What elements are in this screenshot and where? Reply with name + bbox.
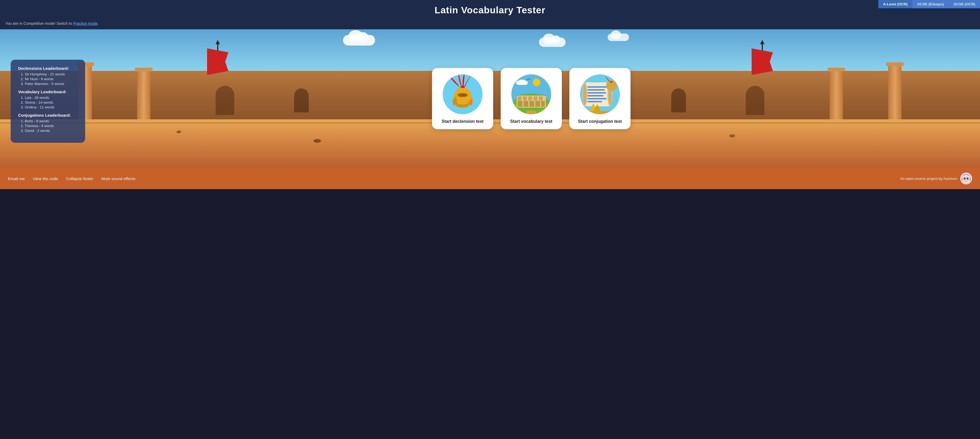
- svg-rect-34: [587, 101, 602, 102]
- list-item: Sir Humphrey - 21 words: [21, 72, 78, 76]
- tab-gcse-ocr[interactable]: GCSE (OCR): [948, 0, 980, 8]
- email-link[interactable]: Email me: [8, 176, 25, 181]
- avatar: [960, 172, 972, 184]
- footer-right: An open-source project by Aurorum: [900, 172, 972, 184]
- svg-rect-14: [523, 101, 528, 107]
- mode-text: You are in Competitive mode! Switch to: [5, 21, 73, 26]
- tab-alevel[interactable]: A-Level (OCR): [878, 0, 912, 8]
- list-item: Boris - 6 words: [21, 119, 78, 123]
- list-item: Ondina - 11 words: [21, 105, 78, 109]
- declension-card-label: Start declension test: [442, 119, 484, 124]
- svg-point-41: [962, 174, 970, 183]
- svg-point-46: [964, 178, 965, 178]
- list-item: David - 2 words: [21, 129, 78, 132]
- mute-sound-link[interactable]: Mute sound effects: [102, 176, 135, 181]
- exam-tab-group: A-Level (OCR) GCSE (Eduqas) GCSE (OCR): [878, 0, 980, 8]
- svg-point-10: [522, 81, 528, 85]
- svg-rect-36: [610, 81, 612, 83]
- svg-rect-16: [535, 101, 540, 107]
- list-item: Lyla - 26 words: [21, 96, 78, 100]
- svg-rect-20: [528, 96, 532, 101]
- leaderboard-panel: Declensions Leaderboard: Sir Humphrey - …: [11, 60, 85, 143]
- arena-background: Declensions Leaderboard: Sir Humphrey - …: [0, 29, 980, 168]
- svg-rect-22: [539, 96, 543, 101]
- vocabulary-card[interactable]: Start vocabulary test: [501, 68, 562, 129]
- view-code-link[interactable]: View the code: [33, 176, 58, 181]
- svg-point-48: [963, 179, 964, 180]
- conjugations-list: Boris - 6 words Theresa - 4 words David …: [18, 119, 78, 132]
- declension-card[interactable]: Start declension test: [432, 68, 493, 129]
- svg-rect-18: [518, 96, 522, 101]
- credit-text: An open-source project by Aurorum: [900, 177, 957, 180]
- svg-point-49: [968, 179, 970, 180]
- svg-rect-15: [530, 101, 534, 107]
- svg-rect-33: [587, 98, 606, 99]
- conjugations-leaderboard-title: Conjugations Leaderboard:: [18, 113, 78, 118]
- vocabulary-list: Lyla - 26 words Sirena - 14 words Ondina…: [18, 96, 78, 109]
- vocabulary-card-label: Start vocabulary test: [510, 119, 552, 124]
- mode-bar: You are in Competitive mode! Switch to P…: [0, 19, 980, 29]
- svg-rect-31: [587, 92, 606, 94]
- declension-icon: [442, 74, 482, 114]
- svg-rect-32: [587, 95, 603, 96]
- svg-rect-30: [587, 89, 605, 91]
- svg-rect-29: [587, 86, 608, 88]
- svg-rect-39: [580, 111, 620, 114]
- svg-rect-17: [541, 101, 545, 107]
- footer: Email me View the code Collapse footer M…: [0, 168, 980, 189]
- page-title: Latin Vocabulary Tester: [5, 5, 975, 16]
- svg-rect-19: [523, 96, 527, 101]
- practice-mode-link[interactable]: Practice mode: [73, 21, 98, 26]
- list-item: Peter Mannion - 5 words: [21, 82, 78, 86]
- collapse-footer-link[interactable]: Collapse footer: [66, 176, 93, 181]
- list-item: Sirena - 14 words: [21, 101, 78, 104]
- arena-content: Declensions Leaderboard: Sir Humphrey - …: [0, 29, 980, 168]
- declensions-leaderboard-title: Declensions Leaderboard:: [18, 66, 78, 70]
- declensions-list: Sir Humphrey - 21 words Mr Hunt - 9 word…: [18, 72, 78, 86]
- svg-point-4: [458, 94, 467, 96]
- vocabulary-icon: [511, 74, 551, 114]
- list-item: Theresa - 4 words: [21, 124, 78, 128]
- conjugation-card[interactable]: Start conjugation test: [569, 68, 630, 129]
- conjugation-icon: [580, 74, 620, 114]
- svg-point-47: [967, 178, 968, 178]
- svg-point-27: [583, 84, 586, 105]
- list-item: Mr Hunt - 9 words: [21, 77, 78, 81]
- vocabulary-leaderboard-title: Vocabulary Leaderboard:: [18, 89, 78, 94]
- conjugation-card-label: Start conjugation test: [578, 119, 622, 124]
- tab-gcse-eduqas[interactable]: GCSE (Eduqas): [912, 0, 948, 8]
- svg-rect-13: [518, 101, 522, 107]
- svg-rect-21: [534, 96, 538, 101]
- test-cards-area: Start declension test: [93, 68, 969, 129]
- svg-point-7: [533, 78, 540, 86]
